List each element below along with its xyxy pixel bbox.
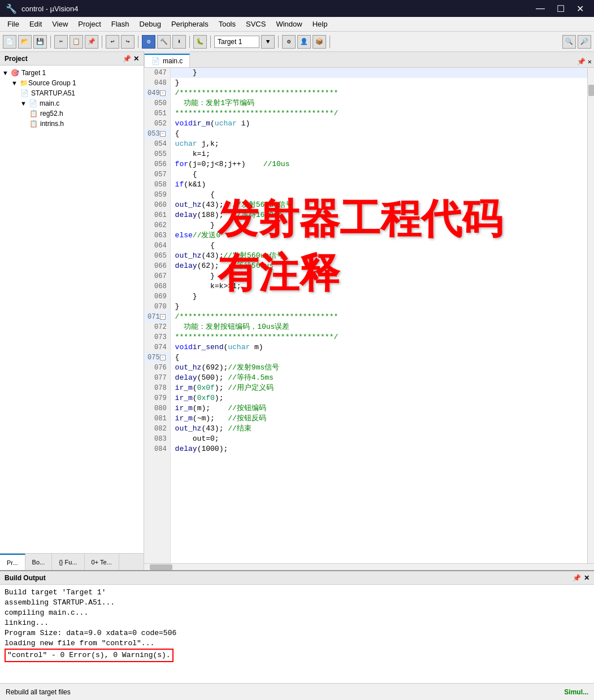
- menu-help[interactable]: Help: [308, 19, 332, 29]
- pin-build-icon[interactable]: 📌: [573, 574, 581, 582]
- build-line-1: Build target 'Target 1': [5, 588, 589, 598]
- tab-functions[interactable]: {} Fu...: [52, 554, 84, 570]
- tree-item-reg52h[interactable]: 📋 reg52.h: [27, 108, 144, 119]
- collapse-049[interactable]: -: [160, 90, 166, 96]
- collapse-075[interactable]: -: [160, 355, 166, 360]
- minimize-button[interactable]: —: [531, 2, 549, 15]
- zoom-button[interactable]: 🔎: [578, 35, 591, 49]
- download-button[interactable]: ⬇: [172, 35, 186, 49]
- line-num-073: 073: [144, 332, 170, 342]
- line-num-051: 051: [144, 108, 170, 119]
- manage-button[interactable]: 👤: [297, 35, 311, 49]
- menu-view[interactable]: View: [47, 19, 72, 29]
- line-num-048: 048: [144, 78, 170, 88]
- menu-debug[interactable]: Debug: [135, 19, 166, 29]
- maximize-button[interactable]: ☐: [552, 2, 569, 15]
- editor-tabs: 📄 main.c: [144, 51, 190, 67]
- status-bar: Rebuild all target files Simul...: [0, 683, 594, 700]
- target-selector[interactable]: [214, 36, 259, 48]
- cut-button[interactable]: ✂: [54, 35, 68, 49]
- line-num-061: 061: [144, 210, 170, 220]
- h-scrollbar-thumb[interactable]: [150, 564, 172, 570]
- menu-project[interactable]: Project: [73, 19, 105, 29]
- pin-icon[interactable]: 📌: [123, 55, 131, 63]
- expand-icon-sg: ▼: [11, 80, 18, 86]
- code-line-056: for(j=0;j<8;j++) //10us: [171, 159, 587, 169]
- code-line-058: if(k&1): [171, 180, 587, 190]
- target-dropdown[interactable]: ▼: [261, 35, 275, 49]
- line-num-070: 070: [144, 302, 170, 312]
- code-line-078: ir_m(0x0f); //用户定义码: [171, 383, 587, 393]
- close-editor-icon[interactable]: ✕: [588, 58, 592, 66]
- code-area[interactable]: 发射器工程代码 有注释 047 048 049 - 050 051 052 05…: [144, 68, 594, 563]
- tree-item-sourcegroup1[interactable]: ▼ 📁 Source Group 1: [9, 78, 144, 88]
- build-line-2: assembling STARTUP.A51...: [5, 598, 589, 608]
- tree-item-target1[interactable]: ▼ 🎯 Target 1: [0, 68, 144, 78]
- tree-intrinsh-label: intrins.h: [40, 120, 64, 128]
- packages-button[interactable]: 📦: [313, 35, 326, 49]
- vertical-scrollbar[interactable]: [587, 68, 594, 563]
- line-num-050: 050: [144, 98, 170, 108]
- project-title: Project: [5, 55, 28, 63]
- build-button[interactable]: ⚙: [142, 35, 155, 49]
- menu-window[interactable]: Window: [271, 19, 306, 29]
- code-content[interactable]: } } /***********************************…: [171, 68, 587, 563]
- status-rebuild[interactable]: Rebuild all target files: [6, 688, 71, 696]
- new-button[interactable]: 📄: [3, 35, 16, 49]
- tab-mainc[interactable]: 📄 main.c: [144, 54, 190, 67]
- settings-button[interactable]: ⚙: [282, 35, 296, 49]
- close-panel-icon[interactable]: ✕: [133, 55, 139, 63]
- tab-books[interactable]: Bo...: [25, 554, 53, 570]
- window-title: 🔧 control - µVision4: [6, 3, 78, 14]
- title-bar: 🔧 control - µVision4 — ☐ ✕: [0, 0, 594, 17]
- line-num-049: 049 -: [144, 88, 170, 98]
- tree-item-mainc[interactable]: ▼ 📄 main.c: [18, 98, 144, 108]
- project-tabs: Pr... Bo... {} Fu... 0+ Te...: [0, 553, 144, 570]
- paste-button[interactable]: 📌: [85, 35, 98, 49]
- code-line-050: 功能：发射1字节编码: [171, 98, 587, 108]
- line-num-078: 078: [144, 383, 170, 393]
- menu-file[interactable]: File: [3, 19, 24, 29]
- menu-peripherals[interactable]: Peripherals: [167, 19, 213, 29]
- line-num-062: 062: [144, 220, 170, 231]
- search-button[interactable]: 🔍: [562, 35, 576, 49]
- line-num-060: 060: [144, 200, 170, 210]
- line-num-053: 053 -: [144, 129, 170, 139]
- redo-button[interactable]: ↪: [121, 35, 135, 49]
- save-button[interactable]: 💾: [33, 35, 47, 49]
- line-num-057: 057: [144, 169, 170, 180]
- collapse-071[interactable]: -: [160, 314, 166, 320]
- tree-item-startup[interactable]: 📄 STARTUP.A51: [18, 88, 144, 98]
- build-line-7: "control" - 0 Error(s), 0 Warning(s).: [5, 649, 589, 662]
- toolbar: 📄 📂 💾 ✂ 📋 📌 ↩ ↪ ⚙ 🔨 ⬇ 🐛 ▼ ⚙ 👤 📦 🔍 🔎: [0, 32, 594, 52]
- tab-templates[interactable]: 0+ Te...: [85, 554, 119, 570]
- pin-editor-icon[interactable]: 📌: [577, 58, 586, 66]
- editor-panel: 📄 main.c 📌 ✕ 发射器工程代码 有注释 047 048 049 - 0…: [144, 52, 594, 570]
- window-controls[interactable]: — ☐ ✕: [531, 2, 588, 15]
- menu-svcs[interactable]: SVCS: [241, 19, 270, 29]
- collapse-053[interactable]: -: [160, 131, 166, 137]
- status-right: Simul...: [564, 688, 588, 696]
- tab-project[interactable]: Pr...: [0, 554, 25, 570]
- copy-button[interactable]: 📋: [70, 35, 83, 49]
- horizontal-scrollbar[interactable]: [144, 563, 594, 570]
- code-line-065: out_hz(43);//发射560us信号: [171, 251, 587, 261]
- debug-button[interactable]: 🐛: [193, 35, 207, 49]
- line-num-056: 056: [144, 159, 170, 169]
- scrollbar-thumb[interactable]: [588, 85, 594, 96]
- close-button[interactable]: ✕: [572, 2, 588, 15]
- code-line-073: ************************************/: [171, 332, 587, 342]
- menu-edit[interactable]: Edit: [25, 19, 46, 29]
- rebuild-button[interactable]: 🔨: [157, 35, 171, 49]
- close-build-icon[interactable]: ✕: [584, 574, 589, 582]
- tree-item-intrinsh[interactable]: 📋 intrins.h: [27, 119, 144, 129]
- menu-flash[interactable]: Flash: [107, 19, 134, 29]
- undo-button[interactable]: ↩: [106, 35, 119, 49]
- open-button[interactable]: 📂: [18, 35, 32, 49]
- code-line-076: out_hz(692);//发射9ms信号: [171, 363, 587, 373]
- menu-bar: File Edit View Project Flash Debug Perip…: [0, 17, 594, 32]
- code-line-063: else //发送0: [171, 231, 587, 241]
- code-line-064: {: [171, 241, 587, 251]
- menu-tools[interactable]: Tools: [214, 19, 240, 29]
- project-tree: ▼ 🎯 Target 1 ▼ 📁 Source Group 1 📄 STARTU…: [0, 66, 144, 553]
